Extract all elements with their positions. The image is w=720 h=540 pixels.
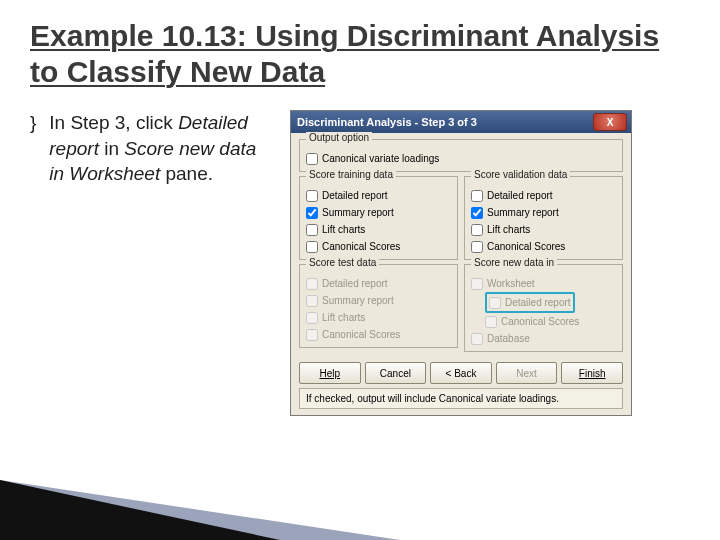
chk-canonical-loadings-box[interactable] <box>306 153 318 165</box>
group-output-label: Output option <box>306 132 372 143</box>
group-valid-label: Score validation data <box>471 169 570 180</box>
group-output: Output option Canonical variate loadings <box>299 139 623 172</box>
chk-valid-detailed[interactable]: Detailed report <box>471 187 616 204</box>
group-test-label: Score test data <box>306 257 379 268</box>
chk-train-detailed[interactable]: Detailed report <box>306 187 451 204</box>
chk-train-canon-box[interactable] <box>306 241 318 253</box>
group-train: Score training data Detailed report Summ… <box>299 176 458 260</box>
bullet-body: In Step 3, click Detailed report in Scor… <box>49 110 259 187</box>
chk-train-lift-label: Lift charts <box>322 224 365 235</box>
chk-newws-worksheet-box[interactable] <box>471 278 483 290</box>
status-text: If checked, output will include Canonica… <box>299 388 623 409</box>
chk-train-detailed-box[interactable] <box>306 190 318 202</box>
chk-test-summary[interactable]: Summary report <box>306 292 451 309</box>
group-train-label: Score training data <box>306 169 396 180</box>
bullet-icon: } <box>30 110 44 136</box>
chk-test-summary-box[interactable] <box>306 295 318 307</box>
chk-valid-summary-label: Summary report <box>487 207 559 218</box>
bt-5: pane. <box>160 163 213 184</box>
slide-title: Example 10.13: Using Discriminant Analys… <box>0 0 720 98</box>
bt-1: In Step 3, click <box>49 112 178 133</box>
cancel-button[interactable]: Cancel <box>365 362 427 384</box>
chk-test-detailed[interactable]: Detailed report <box>306 275 451 292</box>
chk-test-lift-box[interactable] <box>306 312 318 324</box>
close-icon[interactable]: X <box>593 113 627 131</box>
chk-test-canon-label: Canonical Scores <box>322 329 400 340</box>
button-row: Help Cancel < Back Next Finish <box>299 362 623 384</box>
chk-valid-lift-label: Lift charts <box>487 224 530 235</box>
chk-newws-database-label: Database <box>487 333 530 344</box>
chk-test-lift[interactable]: Lift charts <box>306 309 451 326</box>
chk-canonical-loadings[interactable]: Canonical variate loadings <box>306 150 616 167</box>
chk-newws-canonical[interactable]: Canonical Scores <box>485 313 579 330</box>
chk-valid-summary-box[interactable] <box>471 207 483 219</box>
titlebar-text: Discriminant Analysis - Step 3 of 3 <box>297 116 593 128</box>
group-new-worksheet: Score new data in Worksheet Detailed rep… <box>464 264 623 352</box>
chk-valid-canon-label: Canonical Scores <box>487 241 565 252</box>
chk-newws-worksheet-label: Worksheet <box>487 278 535 289</box>
decorative-triangle-black <box>0 480 280 540</box>
chk-valid-canon-box[interactable] <box>471 241 483 253</box>
chk-test-detailed-box[interactable] <box>306 278 318 290</box>
chk-newws-worksheet[interactable]: Worksheet <box>471 275 616 292</box>
dialog-window: Discriminant Analysis - Step 3 of 3 X Ou… <box>290 110 632 416</box>
chk-train-detailed-label: Detailed report <box>322 190 388 201</box>
dialog-body: Output option Canonical variate loadings… <box>291 133 631 415</box>
group-newws-label: Score new data in <box>471 257 557 268</box>
chk-test-summary-label: Summary report <box>322 295 394 306</box>
content-row: } In Step 3, click Detailed report in Sc… <box>0 98 720 416</box>
chk-train-summary-label: Summary report <box>322 207 394 218</box>
chk-valid-detailed-box[interactable] <box>471 190 483 202</box>
chk-newws-canonical-box[interactable] <box>485 316 497 328</box>
bullet-text: } In Step 3, click Detailed report in Sc… <box>30 110 270 416</box>
back-button[interactable]: < Back <box>430 362 492 384</box>
chk-newws-detailed-label: Detailed report <box>505 297 571 308</box>
chk-train-lift[interactable]: Lift charts <box>306 221 451 238</box>
chk-test-detailed-label: Detailed report <box>322 278 388 289</box>
chk-train-summary[interactable]: Summary report <box>306 204 451 221</box>
chk-test-lift-label: Lift charts <box>322 312 365 323</box>
chk-newws-database-box[interactable] <box>471 333 483 345</box>
chk-newws-detailed[interactable]: Detailed report <box>485 292 575 313</box>
chk-valid-lift-box[interactable] <box>471 224 483 236</box>
chk-valid-canon[interactable]: Canonical Scores <box>471 238 616 255</box>
chk-valid-summary[interactable]: Summary report <box>471 204 616 221</box>
chk-test-canon[interactable]: Canonical Scores <box>306 326 451 343</box>
finish-button[interactable]: Finish <box>561 362 623 384</box>
help-button[interactable]: Help <box>299 362 361 384</box>
chk-valid-lift[interactable]: Lift charts <box>471 221 616 238</box>
chk-newws-database[interactable]: Database <box>471 330 616 347</box>
chk-test-canon-box[interactable] <box>306 329 318 341</box>
chk-canonical-loadings-label: Canonical variate loadings <box>322 153 439 164</box>
bt-3: in <box>99 138 124 159</box>
chk-train-lift-box[interactable] <box>306 224 318 236</box>
chk-valid-detailed-label: Detailed report <box>487 190 553 201</box>
chk-train-canon[interactable]: Canonical Scores <box>306 238 451 255</box>
next-button[interactable]: Next <box>496 362 558 384</box>
titlebar: Discriminant Analysis - Step 3 of 3 X <box>291 111 631 133</box>
group-test: Score test data Detailed report Summary … <box>299 264 458 348</box>
chk-train-canon-label: Canonical Scores <box>322 241 400 252</box>
chk-train-summary-box[interactable] <box>306 207 318 219</box>
chk-newws-canonical-label: Canonical Scores <box>501 316 579 327</box>
chk-newws-detailed-box[interactable] <box>489 297 501 309</box>
group-valid: Score validation data Detailed report Su… <box>464 176 623 260</box>
